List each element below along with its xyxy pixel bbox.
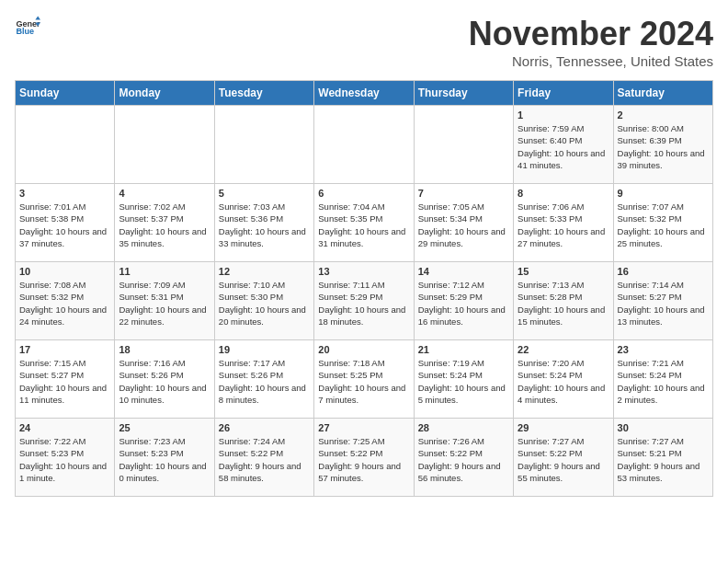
day-info: Sunrise: 7:23 AM Sunset: 5:23 PM Dayligh…	[119, 435, 210, 484]
day-number: 7	[418, 188, 509, 199]
day-number: 1	[518, 109, 609, 121]
day-number: 17	[19, 344, 110, 355]
day-number: 22	[518, 344, 609, 355]
day-number: 24	[19, 422, 110, 433]
day-number: 30	[618, 422, 709, 433]
day-number: 4	[119, 188, 210, 199]
day-info: Sunrise: 7:20 AM Sunset: 5:24 PM Dayligh…	[518, 357, 609, 406]
day-number: 27	[318, 422, 409, 433]
day-cell: 27Sunrise: 7:25 AM Sunset: 5:22 PM Dayli…	[314, 419, 414, 497]
day-cell: 22Sunrise: 7:20 AM Sunset: 5:24 PM Dayli…	[514, 340, 613, 419]
day-info: Sunrise: 7:10 AM Sunset: 5:30 PM Dayligh…	[219, 279, 310, 327]
day-info: Sunrise: 7:12 AM Sunset: 5:29 PM Dayligh…	[418, 279, 509, 327]
day-cell: 13Sunrise: 7:11 AM Sunset: 5:29 PM Dayli…	[314, 262, 414, 340]
header-wednesday: Wednesday	[314, 81, 414, 106]
day-number: 11	[119, 266, 210, 277]
day-number: 9	[618, 188, 709, 199]
day-info: Sunrise: 7:04 AM Sunset: 5:35 PM Dayligh…	[318, 201, 409, 249]
header-monday: Monday	[115, 81, 214, 106]
day-cell: 6Sunrise: 7:04 AM Sunset: 5:35 PM Daylig…	[314, 184, 414, 262]
day-cell: 26Sunrise: 7:24 AM Sunset: 5:22 PM Dayli…	[214, 419, 313, 497]
day-number: 3	[19, 188, 110, 199]
day-info: Sunrise: 7:21 AM Sunset: 5:24 PM Dayligh…	[618, 357, 709, 406]
day-number: 21	[418, 344, 509, 355]
day-info: Sunrise: 7:02 AM Sunset: 5:37 PM Dayligh…	[119, 201, 210, 249]
header-thursday: Thursday	[414, 81, 513, 106]
day-number: 6	[318, 188, 409, 199]
day-cell: 4Sunrise: 7:02 AM Sunset: 5:37 PM Daylig…	[115, 184, 214, 262]
calendar-table: Sunday Monday Tuesday Wednesday Thursday…	[15, 80, 713, 497]
day-info: Sunrise: 7:14 AM Sunset: 5:27 PM Dayligh…	[618, 279, 709, 327]
day-cell: 28Sunrise: 7:26 AM Sunset: 5:22 PM Dayli…	[414, 419, 513, 497]
header-row: Sunday Monday Tuesday Wednesday Thursday…	[16, 81, 713, 106]
day-number: 23	[618, 344, 709, 355]
day-cell	[115, 106, 214, 184]
day-cell	[16, 106, 115, 184]
day-info: Sunrise: 7:16 AM Sunset: 5:26 PM Dayligh…	[119, 357, 210, 406]
day-info: Sunrise: 8:00 AM Sunset: 6:39 PM Dayligh…	[618, 122, 709, 171]
day-info: Sunrise: 7:25 AM Sunset: 5:22 PM Dayligh…	[318, 435, 409, 484]
day-number: 8	[518, 188, 609, 199]
header-friday: Friday	[514, 81, 613, 106]
day-number: 2	[618, 109, 709, 121]
day-cell: 21Sunrise: 7:19 AM Sunset: 5:24 PM Dayli…	[414, 340, 513, 419]
day-number: 28	[418, 422, 509, 433]
day-info: Sunrise: 7:09 AM Sunset: 5:31 PM Dayligh…	[119, 279, 210, 327]
day-cell: 17Sunrise: 7:15 AM Sunset: 5:27 PM Dayli…	[16, 340, 115, 419]
day-info: Sunrise: 7:08 AM Sunset: 5:32 PM Dayligh…	[19, 279, 110, 327]
day-number: 29	[518, 422, 609, 433]
day-info: Sunrise: 7:17 AM Sunset: 5:26 PM Dayligh…	[219, 357, 310, 406]
day-cell	[414, 106, 513, 184]
day-cell: 2Sunrise: 8:00 AM Sunset: 6:39 PM Daylig…	[613, 106, 712, 184]
day-cell: 8Sunrise: 7:06 AM Sunset: 5:33 PM Daylig…	[514, 184, 613, 262]
week-row-3: 10Sunrise: 7:08 AM Sunset: 5:32 PM Dayli…	[16, 262, 713, 340]
day-cell	[314, 106, 414, 184]
day-cell: 7Sunrise: 7:05 AM Sunset: 5:34 PM Daylig…	[414, 184, 513, 262]
day-cell: 16Sunrise: 7:14 AM Sunset: 5:27 PM Dayli…	[613, 262, 712, 340]
day-info: Sunrise: 7:07 AM Sunset: 5:32 PM Dayligh…	[618, 201, 709, 249]
day-cell: 25Sunrise: 7:23 AM Sunset: 5:23 PM Dayli…	[115, 419, 214, 497]
day-info: Sunrise: 7:03 AM Sunset: 5:36 PM Dayligh…	[219, 201, 310, 249]
day-cell: 23Sunrise: 7:21 AM Sunset: 5:24 PM Dayli…	[613, 340, 712, 419]
day-number: 26	[219, 422, 310, 433]
day-number: 14	[418, 266, 509, 277]
svg-text:Blue: Blue	[16, 27, 34, 36]
day-cell: 24Sunrise: 7:22 AM Sunset: 5:23 PM Dayli…	[16, 419, 115, 497]
day-info: Sunrise: 7:06 AM Sunset: 5:33 PM Dayligh…	[518, 201, 609, 249]
week-row-4: 17Sunrise: 7:15 AM Sunset: 5:27 PM Dayli…	[16, 340, 713, 419]
day-cell: 29Sunrise: 7:27 AM Sunset: 5:22 PM Dayli…	[514, 419, 613, 497]
day-number: 12	[219, 266, 310, 277]
day-info: Sunrise: 7:18 AM Sunset: 5:25 PM Dayligh…	[318, 357, 409, 406]
day-number: 13	[318, 266, 409, 277]
day-info: Sunrise: 7:26 AM Sunset: 5:22 PM Dayligh…	[418, 435, 509, 484]
day-cell	[214, 106, 313, 184]
day-number: 10	[19, 266, 110, 277]
day-number: 15	[518, 266, 609, 277]
header-saturday: Saturday	[613, 81, 712, 106]
day-info: Sunrise: 7:27 AM Sunset: 5:21 PM Dayligh…	[618, 435, 709, 484]
day-cell: 10Sunrise: 7:08 AM Sunset: 5:32 PM Dayli…	[16, 262, 115, 340]
page-header: General Blue November 2024 Norris, Tenne…	[15, 15, 713, 69]
svg-marker-2	[35, 16, 40, 19]
day-cell: 18Sunrise: 7:16 AM Sunset: 5:26 PM Dayli…	[115, 340, 214, 419]
day-cell: 11Sunrise: 7:09 AM Sunset: 5:31 PM Dayli…	[115, 262, 214, 340]
day-info: Sunrise: 7:15 AM Sunset: 5:27 PM Dayligh…	[19, 357, 110, 406]
day-cell: 3Sunrise: 7:01 AM Sunset: 5:38 PM Daylig…	[16, 184, 115, 262]
header-tuesday: Tuesday	[214, 81, 313, 106]
day-number: 25	[119, 422, 210, 433]
day-cell: 12Sunrise: 7:10 AM Sunset: 5:30 PM Dayli…	[214, 262, 313, 340]
day-info: Sunrise: 7:19 AM Sunset: 5:24 PM Dayligh…	[418, 357, 509, 406]
logo-icon: General Blue	[15, 15, 40, 40]
day-info: Sunrise: 7:24 AM Sunset: 5:22 PM Dayligh…	[219, 435, 310, 484]
day-cell: 20Sunrise: 7:18 AM Sunset: 5:25 PM Dayli…	[314, 340, 414, 419]
day-cell: 5Sunrise: 7:03 AM Sunset: 5:36 PM Daylig…	[214, 184, 313, 262]
day-number: 19	[219, 344, 310, 355]
day-info: Sunrise: 7:59 AM Sunset: 6:40 PM Dayligh…	[518, 122, 609, 171]
day-info: Sunrise: 7:05 AM Sunset: 5:34 PM Dayligh…	[418, 201, 509, 249]
day-number: 5	[219, 188, 310, 199]
location: Norris, Tennessee, United States	[469, 53, 713, 69]
week-row-2: 3Sunrise: 7:01 AM Sunset: 5:38 PM Daylig…	[16, 184, 713, 262]
day-info: Sunrise: 7:01 AM Sunset: 5:38 PM Dayligh…	[19, 201, 110, 249]
day-info: Sunrise: 7:11 AM Sunset: 5:29 PM Dayligh…	[318, 279, 409, 327]
day-number: 16	[618, 266, 709, 277]
